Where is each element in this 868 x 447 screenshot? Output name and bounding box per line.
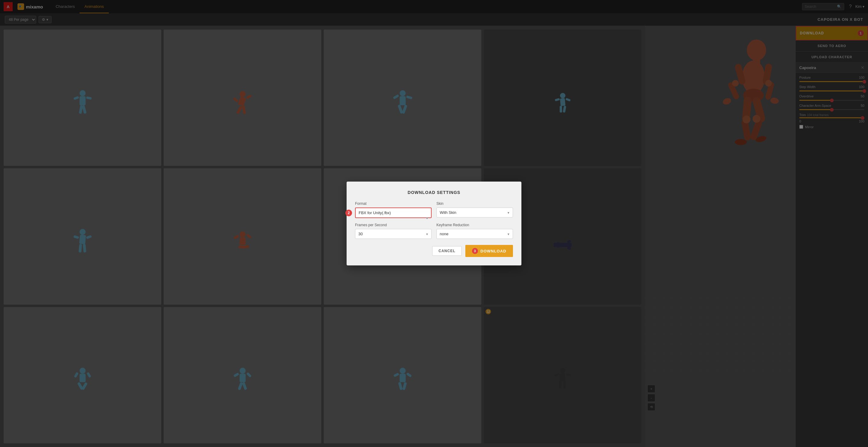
format-select-wrapper: FBX for Unity(.fbx) FBX(.fbx) COLLADA(.d… xyxy=(355,208,432,218)
download-settings-modal: DOWNLOAD SETTINGS Format FBX for Unity(.… xyxy=(347,182,521,265)
skin-select-wrapper: With Skin Without Skin ▼ xyxy=(436,208,513,217)
keyframe-field: Keyframe Reduction none Uniform Adaptive… xyxy=(436,223,513,239)
modal-actions: CANCEL 3 DOWNLOAD xyxy=(355,245,513,257)
format-label: Format xyxy=(355,202,432,206)
modal-title: DOWNLOAD SETTINGS xyxy=(355,190,513,195)
fps-select-wrapper: 24 30 60 120 ▼ xyxy=(355,229,432,239)
modal-row-2: Frames per Second 24 30 60 120 ▼ Keyfram… xyxy=(355,223,513,239)
modal-row-1: Format FBX for Unity(.fbx) FBX(.fbx) COL… xyxy=(355,202,513,218)
skin-field: Skin With Skin Without Skin ▼ xyxy=(436,202,513,218)
fps-field: Frames per Second 24 30 60 120 ▼ xyxy=(355,223,432,239)
modal-overlay: DOWNLOAD SETTINGS Format FBX for Unity(.… xyxy=(0,0,868,447)
fps-select[interactable]: 24 30 60 120 xyxy=(355,229,432,239)
skin-label: Skin xyxy=(436,202,513,206)
skin-select[interactable]: With Skin Without Skin xyxy=(436,208,513,217)
keyframe-select[interactable]: none Uniform Adaptive xyxy=(436,229,513,239)
badge-2-indicator: 2 xyxy=(345,210,352,216)
badge-3-indicator: 3 xyxy=(472,248,478,254)
format-field: Format FBX for Unity(.fbx) FBX(.fbx) COL… xyxy=(355,202,432,218)
keyframe-select-wrapper: none Uniform Adaptive ▼ xyxy=(436,229,513,239)
fps-label: Frames per Second xyxy=(355,223,432,227)
cancel-button[interactable]: CANCEL xyxy=(432,246,462,256)
format-select[interactable]: FBX for Unity(.fbx) FBX(.fbx) COLLADA(.d… xyxy=(355,208,432,218)
keyframe-label: Keyframe Reduction xyxy=(436,223,513,227)
modal-download-button[interactable]: 3 DOWNLOAD xyxy=(465,245,513,257)
